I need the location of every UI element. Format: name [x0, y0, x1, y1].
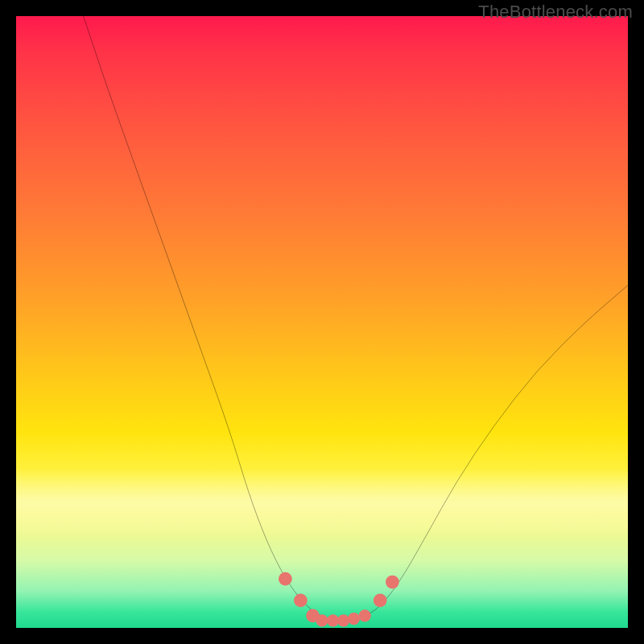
bottom-dots: [279, 572, 399, 627]
curve-path: [84, 16, 628, 621]
plot-area: [16, 16, 628, 628]
marker-dot: [316, 614, 328, 626]
marker-dot: [337, 614, 349, 626]
marker-dot: [374, 593, 387, 607]
marker-dot: [359, 609, 371, 621]
marker-dot: [386, 576, 399, 589]
marker-dot: [294, 593, 308, 607]
bottleneck-curve: [84, 16, 628, 621]
marker-dot: [279, 572, 292, 586]
marker-dot: [348, 613, 360, 625]
outer-frame: TheBottleneck.com: [0, 0, 644, 644]
curve-svg: [16, 16, 628, 628]
watermark-text: TheBottleneck.com: [478, 2, 633, 23]
